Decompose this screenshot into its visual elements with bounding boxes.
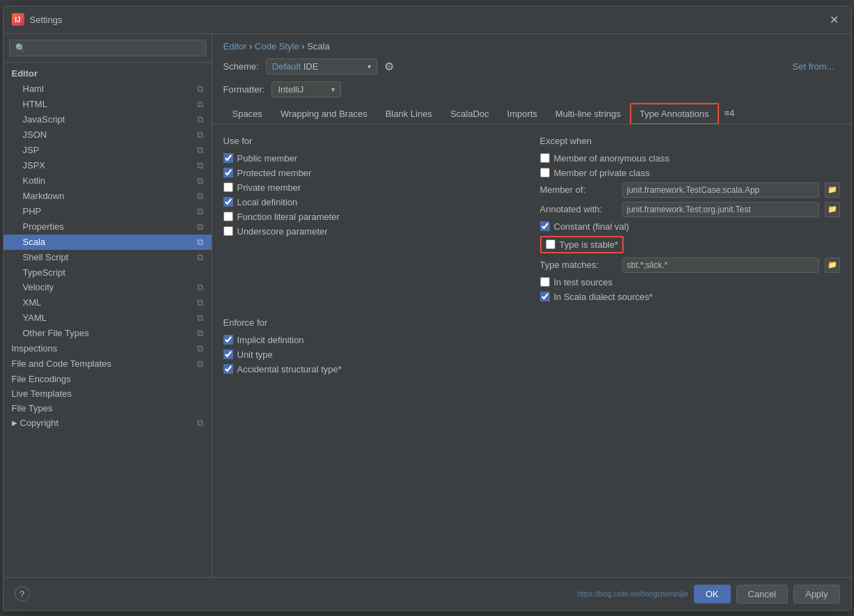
tabs-more[interactable]: ≡4 — [719, 104, 741, 123]
editor-section-header: Editor — [3, 65, 212, 81]
tab-imports[interactable]: Imports — [498, 104, 546, 124]
copy-icon: ⧉ — [197, 358, 203, 370]
local-definition-row: Local definition — [223, 197, 523, 207]
sidebar-item-velocity[interactable]: Velocity ⧉ — [3, 280, 212, 295]
sidebar-item-typescript[interactable]: TypeScript — [3, 265, 212, 280]
use-for-column: Use for Public member Protected member P… — [223, 136, 523, 306]
sidebar-item-markdown[interactable]: Markdown ⧉ — [3, 189, 212, 204]
sidebar-item-shell-script[interactable]: Shell Script ⧉ — [3, 250, 212, 265]
in-scala-dialect-checkbox[interactable] — [540, 292, 550, 301]
in-test-sources-checkbox[interactable] — [540, 277, 550, 287]
scheme-select[interactable]: Default IDE ▾ — [266, 58, 377, 74]
apply-button[interactable]: Apply — [793, 585, 840, 603]
copy-icon: ⧉ — [197, 313, 203, 324]
anonymous-class-row: Member of anonymous class — [540, 153, 840, 164]
local-definition-checkbox[interactable] — [223, 197, 233, 207]
type-matches-input[interactable] — [622, 258, 819, 273]
help-button[interactable]: ? — [15, 586, 30, 601]
sidebar-item-inspections[interactable]: Inspections ⧉ — [3, 341, 212, 356]
title-bar-left: IJ Settings — [12, 13, 63, 26]
private-class-checkbox[interactable] — [540, 168, 550, 177]
except-when-title: Except when — [540, 136, 840, 146]
sidebar-item-other-file-types[interactable]: Other File Types ⧉ — [3, 326, 212, 341]
private-member-row: Private member — [223, 182, 523, 193]
sidebar-item-php[interactable]: PHP ⧉ — [3, 204, 212, 219]
anonymous-class-checkbox[interactable] — [540, 153, 550, 163]
public-member-checkbox[interactable] — [223, 153, 233, 163]
accidental-structural-checkbox[interactable] — [223, 364, 233, 374]
sidebar-item-haml[interactable]: Haml ⧉ — [3, 81, 212, 97]
constant-checkbox[interactable] — [540, 221, 550, 231]
private-class-row: Member of private class — [540, 168, 840, 178]
in-scala-dialect-label: In Scala dialect sources* — [554, 292, 653, 302]
app-icon: IJ — [12, 13, 24, 26]
copy-icon: ⧉ — [197, 129, 203, 141]
local-definition-label: Local definition — [237, 197, 298, 207]
sidebar-item-copyright[interactable]: ▶ Copyright ⧉ — [3, 416, 212, 431]
type-stable-checkbox[interactable] — [546, 239, 555, 249]
copy-icon: ⧉ — [197, 418, 203, 429]
function-literal-checkbox[interactable] — [223, 212, 233, 221]
protected-member-row: Protected member — [223, 168, 523, 178]
formatter-row: Formatter: IntelliJ ▾ — [212, 80, 851, 103]
member-of-input[interactable] — [622, 182, 819, 198]
function-literal-label: Function literal parameter — [237, 212, 340, 222]
sidebar: Editor Haml ⧉ HTML ⧉ JavaScript ⧉ JSON ⧉ — [3, 34, 212, 577]
sidebar-item-jspx[interactable]: JSPX ⧉ — [3, 158, 212, 173]
annotated-with-browse-button[interactable]: 📁 — [825, 202, 840, 217]
sidebar-item-properties[interactable]: Properties ⧉ — [3, 219, 212, 235]
copy-icon: ⧉ — [197, 252, 203, 263]
tab-type-annotations[interactable]: Type Annotations — [630, 103, 719, 125]
sidebar-item-kotlin[interactable]: Kotlin ⧉ — [3, 173, 212, 189]
sidebar-item-file-encodings[interactable]: File Encodings — [3, 372, 212, 386]
type-stable-row: Type is stable* — [540, 236, 624, 253]
private-member-label: Private member — [237, 182, 301, 193]
sidebar-item-file-code-templates[interactable]: File and Code Templates ⧉ — [3, 356, 212, 372]
copy-icon: ⧉ — [197, 191, 203, 202]
sidebar-item-xml[interactable]: XML ⧉ — [3, 295, 212, 310]
sidebar-item-html[interactable]: HTML ⧉ — [3, 97, 212, 112]
two-column-layout: Use for Public member Protected member P… — [223, 136, 840, 306]
implicit-def-checkbox[interactable] — [223, 335, 233, 345]
tab-scaladoc[interactable]: ScalaDoc — [441, 104, 498, 124]
member-of-browse-button[interactable]: 📁 — [825, 182, 840, 198]
annotated-with-input[interactable] — [622, 202, 819, 217]
close-button[interactable]: ✕ — [825, 12, 843, 28]
sidebar-item-scala[interactable]: Scala ⧉ — [3, 235, 212, 250]
sidebar-item-file-types[interactable]: File Types — [3, 401, 212, 416]
type-stable-label: Type is stable* — [560, 239, 619, 250]
sidebar-item-json[interactable]: JSON ⧉ — [3, 127, 212, 143]
implicit-def-row: Implicit definition — [223, 335, 840, 345]
gear-icon[interactable]: ⚙ — [384, 60, 394, 73]
sidebar-item-jsp[interactable]: JSP ⧉ — [3, 143, 212, 158]
underscore-param-checkbox[interactable] — [223, 226, 233, 236]
unit-type-label: Unit type — [237, 349, 273, 360]
set-from-link[interactable]: Set from... — [793, 61, 840, 72]
search-input[interactable] — [9, 40, 206, 56]
except-when-column: Except when Member of anonymous class Me… — [540, 136, 840, 306]
underscore-param-row: Underscore parameter — [223, 226, 523, 237]
tab-wrapping-braces[interactable]: Wrapping and Braces — [271, 104, 377, 124]
search-bar — [3, 34, 212, 63]
formatter-label: Formatter: — [223, 84, 265, 95]
type-matches-browse-button[interactable]: 📁 — [825, 258, 840, 273]
private-member-checkbox[interactable] — [223, 182, 233, 192]
formatter-select[interactable]: IntelliJ ▾ — [271, 81, 341, 97]
public-member-label: Public member — [237, 153, 298, 164]
accidental-structural-label: Accidental structural type* — [237, 364, 342, 374]
tab-blank-lines[interactable]: Blank Lines — [377, 104, 441, 124]
cancel-button[interactable]: Cancel — [736, 585, 788, 603]
copy-icon: ⧉ — [197, 328, 203, 339]
protected-member-checkbox[interactable] — [223, 168, 233, 177]
tab-multi-line-strings[interactable]: Multi-line strings — [546, 104, 630, 124]
sidebar-item-yaml[interactable]: YAML ⧉ — [3, 310, 212, 326]
copy-icon: ⧉ — [197, 99, 203, 110]
settings-dialog: IJ Settings ✕ Editor Haml ⧉ HTML ⧉ — [3, 6, 852, 611]
unit-type-row: Unit type — [223, 349, 840, 360]
sidebar-item-javascript[interactable]: JavaScript ⧉ — [3, 112, 212, 127]
unit-type-checkbox[interactable] — [223, 349, 233, 359]
title-bar: IJ Settings ✕ — [3, 6, 851, 34]
tab-spaces[interactable]: Spaces — [223, 104, 271, 124]
ok-button[interactable]: OK — [694, 585, 731, 603]
sidebar-item-live-templates[interactable]: Live Templates — [3, 386, 212, 401]
